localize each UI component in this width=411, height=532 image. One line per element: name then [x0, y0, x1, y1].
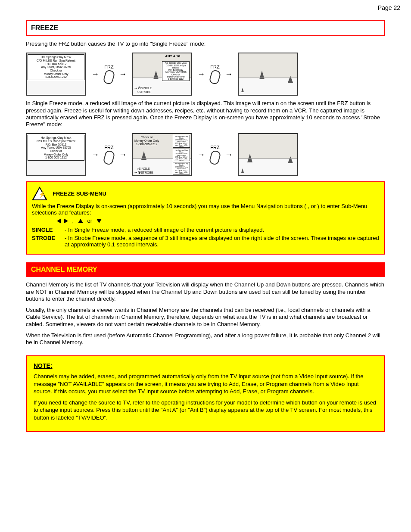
frz-label: FRZ	[210, 64, 219, 69]
note-p1: Channels may be added, erased, and progr…	[34, 373, 377, 395]
channel-memory-p1: Channel Memory is the list of TV channel…	[26, 281, 385, 302]
strobe-overlay-text: Check or Money Order Only 1-800-555-1212	[134, 136, 159, 146]
frz-button: FRZ	[104, 145, 114, 165]
tree-icon	[241, 168, 244, 173]
tree-icon	[288, 156, 293, 163]
remote-button-icon	[103, 150, 115, 166]
tv-frame-strobe-freeze: Check or Money Order Only 1-800-555-1212…	[132, 133, 192, 176]
arrow-right-icon: →	[197, 151, 205, 159]
arrow-right-icon: →	[225, 70, 233, 78]
tree-icon	[259, 71, 265, 79]
lightning-icon: ⚡	[38, 191, 46, 198]
nav-right-icon	[64, 218, 68, 224]
remote-button-icon	[209, 150, 221, 166]
arrow-right-icon: →	[225, 151, 233, 159]
diagram-single-freeze: Hot Springs Clay Mask C/O MILES Run-Spa …	[26, 53, 385, 96]
arrow-right-icon: →	[197, 70, 205, 78]
note-title: NOTE:	[34, 362, 377, 369]
tv-frame-ad: Hot Springs Clay Mask C/O MILES Run-Spa …	[26, 53, 86, 96]
frz-label: FRZ	[104, 64, 113, 69]
frz-button: FRZ	[104, 64, 114, 84]
frz-button: FRZ	[210, 145, 220, 165]
frz-label: FRZ	[104, 145, 113, 150]
tv-frame-single-freeze: ANT A 10 Hot Springs Clay Mask C/O MILES…	[132, 53, 192, 96]
note-p2: If you need to change the source to TV, …	[34, 399, 377, 422]
tv-frame-ad: Hot Springs Clay Mask C/O MILES Run-Spa …	[26, 133, 86, 176]
freeze-mode-selector: ➔ ⦿SINGLE ○STROBE	[134, 87, 152, 94]
section-channel-memory-title: CHANNEL MEMORY	[26, 262, 385, 277]
channel-memory-p2: Usually, the only channels a viewer want…	[26, 307, 385, 328]
freeze-description: In Single Freeze mode, a reduced still i…	[26, 100, 385, 128]
freeze-submenu-box: ⚡ FREEZE SUB-MENU While the Freeze Displ…	[26, 181, 385, 255]
tree-icon	[153, 71, 159, 79]
tree-icon	[241, 88, 244, 92]
frz-label: FRZ	[210, 145, 219, 150]
remote-button-icon	[209, 69, 221, 85]
nav-up-icon	[78, 219, 83, 223]
tv-frame-scene	[238, 53, 298, 96]
remote-button-icon	[103, 69, 115, 85]
submenu-option-strobe: STROBE - In Strobe Freeze mode, a sequen…	[32, 235, 379, 248]
warning-icon: ⚡	[32, 187, 47, 200]
freeze-intro: Pressing the FRZ button causes the TV to…	[26, 40, 385, 47]
note-box: NOTE: Channels may be added, erased, and…	[26, 355, 385, 432]
antenna-label: ANT A 10	[165, 54, 180, 58]
submenu-intro: While the Freeze Display is on-screen (a…	[32, 203, 367, 216]
ad-text-box: Hot Springs Clay Mask C/O MILES Run-Spa …	[28, 54, 84, 80]
strobe-strip: Hot Springs Clay Mask C/O MILES Run-Spa …	[173, 135, 190, 174]
freeze-mode-selector: ○SINGLE ➔ ⦿STROBE	[134, 167, 153, 174]
tree-icon	[141, 151, 146, 160]
arrow-right-icon: →	[119, 70, 127, 78]
frz-button: FRZ	[210, 64, 220, 84]
nav-down-icon	[97, 219, 102, 223]
diagram-strobe-freeze: Hot Springs Clay Mask C/O MILES Run-Spa …	[26, 133, 385, 176]
freeze-inset: Hot Springs Clay Mask C/O MILES Run-Spa …	[162, 61, 190, 81]
arrow-right-icon: →	[119, 151, 127, 159]
submenu-option-single: SINGLE - In Single Freeze mode, a reduce…	[32, 227, 379, 233]
nav-left-icon	[57, 218, 61, 224]
ad-text-box: Hot Springs Clay Mask C/O MILES Run-Spa …	[28, 135, 84, 161]
channel-memory-p3: When the Television is first used (befor…	[26, 332, 385, 346]
tree-icon	[288, 76, 293, 83]
page-number: Page 22	[378, 4, 400, 11]
section-freeze-title: FREEZE	[26, 20, 385, 36]
submenu-title: FREEZE SUB-MENU	[53, 190, 106, 197]
arrow-right-icon: →	[91, 151, 99, 159]
tv-frame-scene	[238, 133, 298, 176]
arrow-right-icon: →	[91, 70, 99, 78]
